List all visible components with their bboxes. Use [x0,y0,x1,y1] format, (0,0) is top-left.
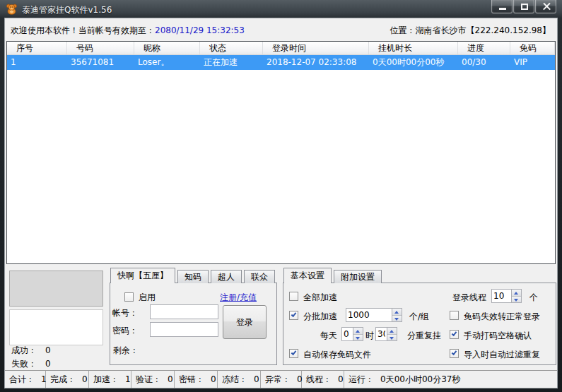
status-bar: 合计：1 完成：0 加速：1 验证：0 密错：0 冻结：0 异常：0 线程：0 … [5,370,557,388]
filter-duplicate-label: 导入时自动过滤重复 [464,349,540,361]
location-text: 位置：湖南省长沙市【222.240.152.98】 [390,25,551,37]
column-header-nickname[interactable]: 昵称 [134,42,200,54]
row-code: VIP [510,55,555,70]
minute-up-icon[interactable] [387,328,397,334]
batch-accelerate-checkbox[interactable] [289,311,298,320]
status-abnormal: 异常：0 [261,371,302,388]
close-button[interactable] [535,0,556,13]
status-verify: 验证：0 [131,371,175,388]
row-duration: 0天00时00分00秒 [369,55,458,70]
tab-lianzhong[interactable]: 联众 [244,270,275,283]
column-header-status[interactable]: 状态 [200,42,263,54]
login-threads-input[interactable] [492,290,511,302]
fail-value: 0 [45,359,51,369]
batch-accelerate-label: 分批加速 [303,311,337,323]
register-recharge-link[interactable]: 注册/充值 [220,292,257,304]
table-header: 序号 号码 昵称 状态 登录时间 挂机时长 进度 免码 [7,42,555,55]
status-finished: 完成：0 [46,371,89,388]
tab-basic-settings[interactable]: 基本设置 [283,268,332,283]
row-status: 正在加速 [200,55,263,70]
password-label: 密码： [112,325,138,337]
status-accelerating: 加速：1 [89,371,131,388]
status-frozen: 冻结：0 [218,371,261,388]
table-row[interactable]: 1 35671081 Loser。 正在加速 2018-12-07 02:33:… [7,55,555,70]
code-fallback-label: 免码失效转正常登录 [464,311,540,323]
repeat-suffix-label: 分重复挂 [407,330,441,342]
auto-save-checkbox[interactable] [289,349,298,358]
row-nickname: Loser。 [134,55,200,70]
window-title: 泰迪管家挂Q软件v1.56 [22,4,112,16]
status-wrong-password: 密错：0 [175,371,218,388]
teddy-bear-icon [6,3,18,15]
client-area: 欢迎使用本软件！当前帐号有效期至：2080/11/29 15:32:53 位置：… [5,18,557,388]
success-label: 成功： [11,345,37,355]
account-field-wrap [150,304,218,319]
captcha-tabstrip: 快啊【五厘】 知码 超人 联众 [110,268,275,283]
filter-duplicate-checkbox[interactable] [450,349,459,358]
login-threads-label: 登录线程 [452,292,486,304]
fail-counter: 失败：0 [11,358,51,370]
row-index: 1 [7,55,67,70]
column-header-number[interactable]: 号码 [67,42,134,54]
app-window: 泰迪管家挂Q软件v1.56 欢迎使用本软件！当前帐号有效期至：2080/11/2… [0,0,562,392]
account-table: 序号 号码 昵称 状态 登录时间 挂机时长 进度 免码 1 35671081 L… [6,41,556,264]
auto-save-label: 自动保存免码文件 [303,349,371,361]
tab-extra-settings[interactable]: 附加设置 [334,270,382,283]
success-value: 0 [45,345,51,355]
titlebar[interactable]: 泰迪管家挂Q软件v1.56 [0,0,562,18]
threads-down-icon[interactable] [512,296,521,303]
preview-box [9,271,103,307]
account-label: 帐号： [112,307,138,319]
maximize-button[interactable] [513,0,534,13]
tab-zhima[interactable]: 知码 [177,270,209,283]
minute-input[interactable] [376,328,387,340]
per-group-label: 个/组 [409,311,429,323]
code-fallback-checkbox[interactable] [450,311,459,320]
column-header-logintime[interactable]: 登录时间 [263,42,369,54]
row-number: 35671081 [67,55,134,70]
all-accelerate-checkbox[interactable] [289,292,298,301]
login-button[interactable]: 登录 [223,305,267,339]
hour-down-icon[interactable] [353,334,363,341]
hour-stepper [341,327,363,341]
log-box [9,309,103,345]
column-header-duration[interactable]: 挂机时长 [369,42,458,54]
minimize-button[interactable] [491,0,513,13]
expiry-datetime: 2080/11/29 15:32:53 [155,25,245,35]
column-header-code[interactable]: 免码 [510,42,555,54]
batch-up-icon[interactable] [392,309,402,315]
minimize-icon [499,8,506,10]
tab-chaoren[interactable]: 超人 [211,270,242,283]
welcome-text: 欢迎使用本软件！当前帐号有效期至： [11,25,155,35]
minute-stepper [375,327,397,341]
all-accelerate-label: 全部加速 [303,292,337,304]
status-threads: 线程：0 [302,371,344,388]
settings-tabstrip: 基本设置 附加设置 [283,268,382,283]
threads-unit-label: 个 [529,292,538,304]
batch-down-icon[interactable] [392,315,402,322]
column-header-progress[interactable]: 进度 [458,42,510,54]
maximize-icon [521,4,528,10]
password-field-wrap [150,322,218,337]
daily-label: 每天 [320,330,337,342]
manual-confirm-checkbox[interactable] [450,330,459,339]
hour-unit-label: 时 [365,330,374,342]
batch-size-input[interactable] [346,309,392,321]
row-logintime: 2018-12-07 02:33:08 [263,55,369,70]
tab-kuaia[interactable]: 快啊【五厘】 [110,268,175,283]
manual-confirm-label: 手动打码空格确认 [464,330,532,342]
batch-size-stepper [346,308,402,322]
minute-down-icon[interactable] [387,334,397,341]
threads-up-icon[interactable] [512,290,521,296]
column-header-index[interactable]: 序号 [7,42,67,54]
hour-up-icon[interactable] [353,328,363,334]
hour-input[interactable] [342,328,353,340]
password-input[interactable] [151,323,218,336]
account-input[interactable] [151,305,218,319]
fail-label: 失败： [11,359,37,369]
status-total: 合计：1 [5,371,46,388]
enable-checkbox[interactable] [124,292,134,302]
login-threads-stepper [491,289,522,303]
status-runtime: 运行：0天00小时00分37秒 [344,371,557,388]
enable-label: 启用 [139,292,156,304]
